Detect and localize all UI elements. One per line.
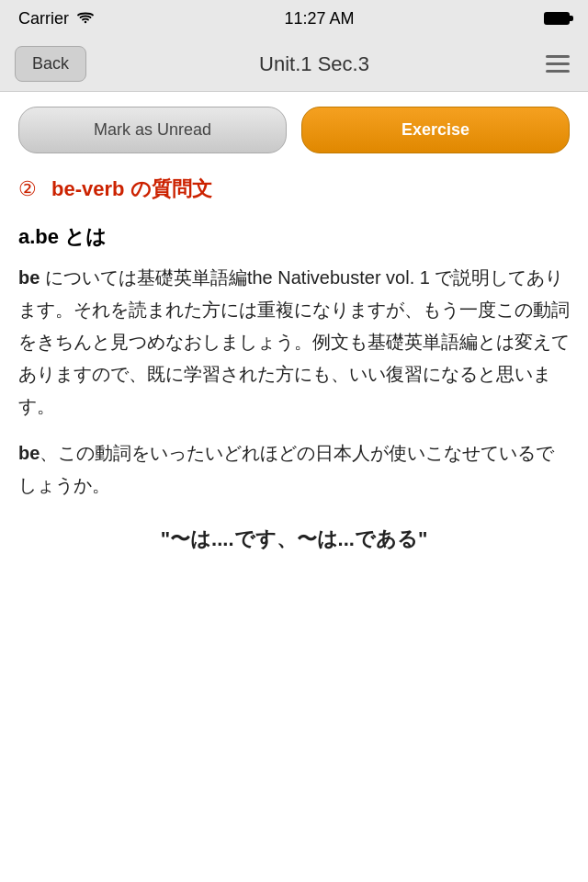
status-bar: Carrier 11:27 AM (0, 0, 588, 37)
exercise-button[interactable]: Exercise (301, 107, 570, 153)
paragraph-2: be、この動詞をいったいどれほどの日本人が使いこなせているでしょうか。 (18, 437, 570, 502)
carrier-label: Carrier (18, 9, 69, 28)
page-title: Unit.1 Sec.3 (259, 52, 369, 76)
section-title: be-verb の質問文 (51, 175, 212, 203)
paragraph-1: be については基礎英単語編the Nativebuster vol. 1 で説… (18, 262, 570, 423)
menu-line-2 (546, 62, 570, 65)
section-heading: ② be-verb の質問文 (18, 175, 570, 203)
para2-text: 、この動詞をいったいどれほどの日本人が使いこなせているでしょうか。 (18, 443, 554, 495)
status-time: 11:27 AM (284, 9, 354, 28)
nav-bar: Back Unit.1 Sec.3 (0, 37, 588, 92)
battery-icon (544, 12, 570, 25)
sub-heading: a.be とは (18, 223, 570, 251)
menu-line-1 (546, 55, 570, 58)
menu-icon[interactable] (542, 51, 573, 76)
status-battery (544, 12, 570, 25)
quote-text: "〜は....です、〜は...である" (18, 516, 570, 562)
status-carrier: Carrier (18, 9, 95, 28)
sub-heading-text: a.be とは (18, 225, 107, 248)
main-content: Mark as Unread Exercise ② be-verb の質問文 a… (0, 92, 588, 882)
para2-bold: be (18, 443, 40, 463)
content-section: a.be とは be については基礎英単語編the Nativebuster v… (18, 223, 570, 562)
menu-line-3 (546, 70, 570, 73)
mark-unread-button[interactable]: Mark as Unread (18, 107, 287, 153)
para1-text: については基礎英単語編the Nativebuster vol. 1 で説明して… (18, 267, 570, 416)
section-number: ② (18, 177, 37, 201)
button-row: Mark as Unread Exercise (18, 107, 570, 153)
wifi-icon (76, 11, 95, 26)
para1-bold: be (18, 267, 40, 288)
back-button[interactable]: Back (15, 46, 86, 82)
